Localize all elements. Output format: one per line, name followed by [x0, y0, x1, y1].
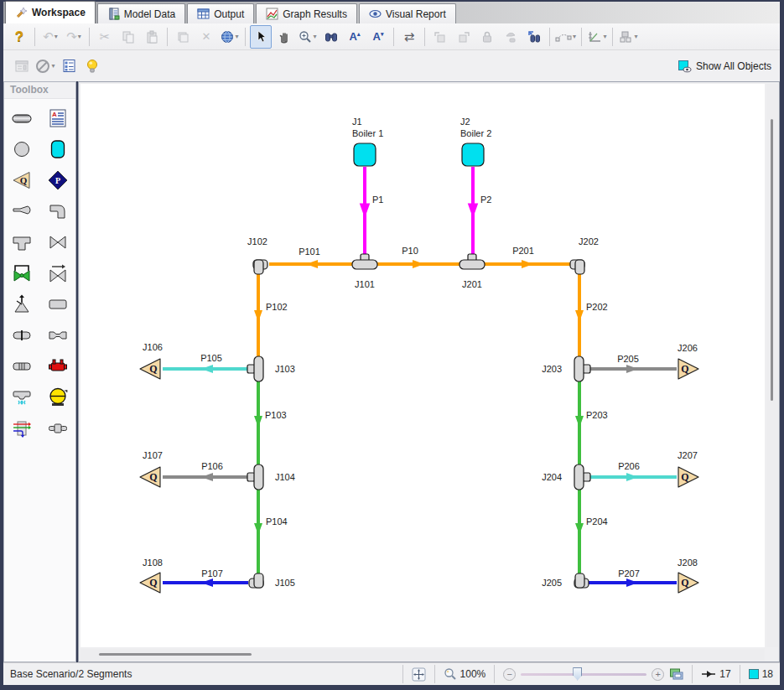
- tool-control-valve[interactable]: [9, 262, 34, 283]
- pipe-P1[interactable]: P1: [360, 167, 384, 255]
- pipe-P10[interactable]: P10: [377, 246, 459, 268]
- tool-area-change[interactable]: [9, 200, 34, 221]
- decrease-font-button[interactable]: A▾: [367, 25, 389, 49]
- junction-label-J1-1[interactable]: Boiler 1: [352, 128, 383, 138]
- junction-label-J2-1[interactable]: Boiler 2: [460, 128, 491, 138]
- show-all-objects-button[interactable]: Show All Objects: [678, 60, 771, 73]
- junction-label-J104[interactable]: J104: [275, 472, 295, 482]
- junction-J1[interactable]: J1Boiler 1: [352, 117, 383, 166]
- delete-button[interactable]: ✕: [195, 25, 217, 49]
- junction-J105[interactable]: J105: [249, 573, 295, 588]
- junction-J203[interactable]: J203: [542, 356, 590, 381]
- tool-reservoir[interactable]: [45, 138, 70, 159]
- tool-pipe[interactable]: [9, 107, 34, 128]
- junction-J204[interactable]: J204: [542, 464, 590, 490]
- tab-output[interactable]: Output: [187, 3, 254, 23]
- pipe-P107[interactable]: P107: [163, 568, 248, 587]
- zoom-tool-button[interactable]: ▾: [297, 25, 319, 49]
- horizontal-scrollbar[interactable]: [80, 649, 765, 661]
- copy-button[interactable]: [117, 25, 139, 49]
- vertical-scrollbar-thumb[interactable]: [771, 119, 773, 401]
- junction-label-J102[interactable]: J102: [247, 236, 267, 246]
- tool-check-valve[interactable]: [45, 262, 70, 283]
- lock-button[interactable]: [476, 25, 498, 49]
- pipe-label-P202[interactable]: P202: [586, 302, 608, 312]
- junction-label-J105[interactable]: J105: [275, 578, 295, 588]
- zoom-in-button[interactable]: +: [652, 668, 664, 681]
- help-button[interactable]: ?: [8, 25, 30, 49]
- zoom-to-fit-button[interactable]: [412, 667, 426, 682]
- undo-button[interactable]: ↶▾: [39, 25, 61, 49]
- arrange-button[interactable]: ▾: [617, 25, 639, 49]
- pipe-label-P206[interactable]: P206: [618, 461, 640, 471]
- morph-pipe-button[interactable]: ▾: [554, 25, 577, 49]
- pipe-label-P201[interactable]: P201: [512, 246, 534, 256]
- tab-graph-results[interactable]: Graph Results: [256, 3, 357, 23]
- pipe-P104[interactable]: P104: [254, 490, 288, 573]
- paste-button[interactable]: [141, 25, 163, 49]
- junction-J202[interactable]: J202: [570, 236, 599, 274]
- junction-label-J202[interactable]: J202: [579, 236, 599, 246]
- pipe-label-P102[interactable]: P102: [266, 302, 288, 312]
- pipe-label-P10[interactable]: P10: [402, 246, 418, 256]
- tool-assigned-pressure[interactable]: P: [45, 169, 70, 190]
- junction-J102[interactable]: J102: [247, 236, 267, 274]
- pipe-label-P101[interactable]: P101: [299, 246, 320, 257]
- junction-label-J205[interactable]: J205: [542, 578, 562, 588]
- tool-valve[interactable]: [45, 231, 70, 252]
- pipe-P206[interactable]: P206: [590, 461, 677, 481]
- junction-J107[interactable]: QJ107: [140, 450, 163, 487]
- pipe-label-P103[interactable]: P103: [265, 410, 287, 420]
- tab-visual-report[interactable]: Visual Report: [359, 3, 456, 23]
- junction-label-J106[interactable]: J106: [143, 342, 163, 352]
- junction-J104[interactable]: J104: [247, 464, 295, 490]
- pipe-P205[interactable]: P205: [590, 354, 677, 373]
- junction-label-J201[interactable]: J201: [462, 279, 482, 289]
- junction-J201[interactable]: J201: [459, 254, 485, 289]
- tool-venturi[interactable]: [45, 324, 70, 345]
- tool-annotation[interactable]: A: [45, 107, 70, 128]
- tool-heat-exchanger[interactable]: [45, 355, 70, 376]
- vertical-scrollbar[interactable]: [766, 84, 778, 647]
- tab-model-data[interactable]: Model Data: [97, 3, 185, 23]
- overlay-off-button[interactable]: ▾: [34, 54, 56, 78]
- junction-label-J108[interactable]: J108: [143, 558, 163, 568]
- tool-general-component[interactable]: [45, 293, 70, 314]
- pipe-label-P205[interactable]: P205: [617, 354, 639, 364]
- tool-thermal-link[interactable]: [9, 418, 34, 438]
- tool-bend[interactable]: [45, 200, 70, 221]
- junction-label-J208[interactable]: J208: [678, 558, 698, 568]
- pipe-label-P107[interactable]: P107: [201, 568, 223, 578]
- tool-screen[interactable]: [9, 355, 34, 376]
- find-selected-button[interactable]: [523, 25, 545, 49]
- globe-button[interactable]: ▾: [219, 25, 241, 49]
- zoom-out-button[interactable]: −: [503, 668, 516, 681]
- junction-J208[interactable]: QJ208: [678, 558, 698, 593]
- scale-pipes-button[interactable]: ▾: [586, 25, 608, 49]
- pipe-P204[interactable]: P204: [575, 490, 608, 573]
- junction-J206[interactable]: QJ206: [678, 343, 698, 379]
- annotation-manager-button[interactable]: [11, 54, 33, 78]
- find-button[interactable]: [320, 25, 342, 49]
- pipe-label-P105[interactable]: P105: [200, 353, 222, 363]
- junction-label-J2[interactable]: J2: [460, 117, 470, 127]
- redo-zoom-button[interactable]: [453, 25, 475, 49]
- tool-orifice[interactable]: [9, 324, 34, 345]
- tool-spray-discharge[interactable]: [9, 387, 34, 407]
- junction-label-J1[interactable]: J1: [352, 117, 362, 127]
- tool-assigned-flow[interactable]: Q: [9, 169, 34, 190]
- pipe-P106[interactable]: P106: [163, 461, 247, 481]
- zoom-slider[interactable]: [521, 673, 646, 676]
- junction-J106[interactable]: QJ106: [140, 342, 163, 379]
- tool-pump[interactable]: [45, 387, 70, 407]
- tool-jet-pump[interactable]: [45, 418, 70, 438]
- highlight-button[interactable]: [81, 54, 103, 78]
- junction-J103[interactable]: J103: [247, 356, 295, 381]
- pipe-label-P1[interactable]: P1: [372, 195, 383, 205]
- undo-zoom-button[interactable]: [429, 25, 451, 49]
- pipe-P203[interactable]: P203: [575, 381, 608, 464]
- pipe-label-P203[interactable]: P203: [586, 410, 608, 420]
- increase-font-button[interactable]: A▴: [344, 25, 366, 49]
- drawing-area[interactable]: P1P2P101P10P201P102P103P104P105P106P107P…: [80, 84, 765, 647]
- pipe-P2[interactable]: P2: [468, 167, 492, 255]
